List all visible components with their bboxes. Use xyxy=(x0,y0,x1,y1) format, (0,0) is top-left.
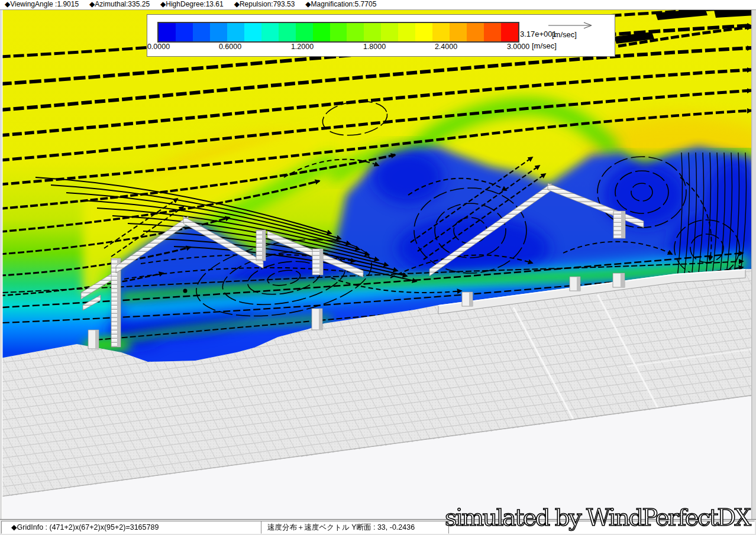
watermark: simulated by WindPerfectDX xyxy=(444,504,755,532)
colorbar-unit: [m/sec] xyxy=(532,41,557,50)
colorbar-tick: 0.6000 xyxy=(219,43,241,51)
render-viewport[interactable] xyxy=(0,0,756,535)
param-repulsion: ◆Repulsion:793.53 xyxy=(234,0,295,8)
param-azimuthal: ◆Azimuthal:335.25 xyxy=(89,0,150,8)
legend-box: 0.0000 0.6000 1.2000 1.8000 2.4000 3.000… xyxy=(147,14,615,57)
grid-info-panel: ◆GridInfo : (471+2)x(67+2)x(95+2)=316578… xyxy=(1,521,267,534)
vector-reference-unit: [m/sec] xyxy=(552,30,577,39)
reference-vector-arrow xyxy=(547,21,595,29)
colorbar-tick: 2.4000 xyxy=(435,43,457,51)
grid-info-text: ◆GridInfo : (471+2)x(67+2)x(95+2)=316578… xyxy=(11,523,159,531)
section-info-panel: 速度分布＋速度ベクトル Y断面 : 33, -0.2436 xyxy=(261,521,453,534)
colorbar-tick: 1.2000 xyxy=(291,43,314,51)
colorbar xyxy=(157,22,519,43)
colorbar-tick: 1.8000 xyxy=(363,43,386,51)
param-viewing-angle: ◆ViewingAngle :1.9015 xyxy=(5,0,79,8)
section-info-text: 速度分布＋速度ベクトル Y断面 : 33, -0.2436 xyxy=(267,523,415,531)
view-parameter-bar: ◆ViewingAngle :1.9015◆Azimuthal:335.25◆H… xyxy=(0,0,756,10)
colorbar-tick: 3.0000 xyxy=(507,43,529,51)
param-magnification: ◆Magnification:5.7705 xyxy=(305,0,376,8)
param-high-degree: ◆HighDegree:13.61 xyxy=(160,0,224,8)
vector-reference-value: 3.17e+001 xyxy=(520,30,557,38)
windperfectdx-window: ◆ViewingAngle :1.9015◆Azimuthal:335.25◆H… xyxy=(0,0,756,535)
colorbar-tick: 0.0000 xyxy=(147,43,170,51)
watermark-text: simulated by WindPerfectDX xyxy=(445,504,752,531)
